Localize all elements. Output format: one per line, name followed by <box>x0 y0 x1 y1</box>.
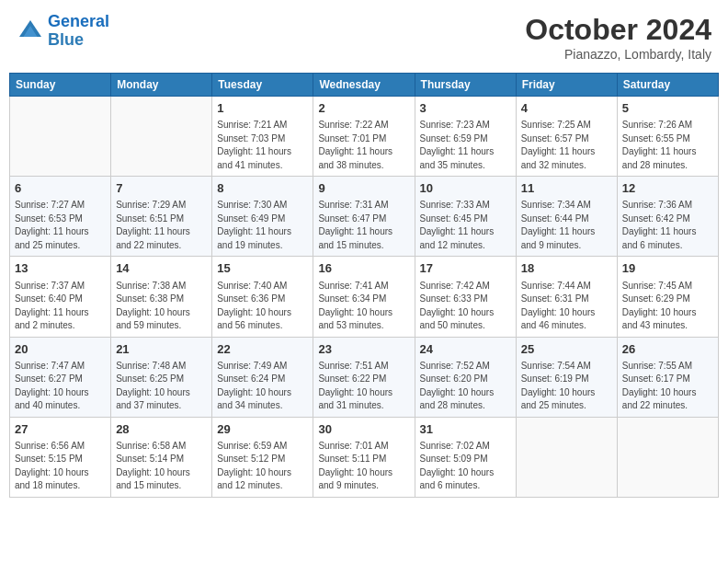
day-number: 12 <box>622 180 713 197</box>
day-number: 8 <box>217 180 308 197</box>
day-info: Sunrise: 7:44 AMSunset: 6:31 PMDaylight:… <box>521 280 612 333</box>
day-info: Sunrise: 7:47 AMSunset: 6:27 PMDaylight:… <box>15 360 106 413</box>
calendar-cell: 19Sunrise: 7:45 AMSunset: 6:29 PMDayligh… <box>617 257 718 337</box>
day-info: Sunrise: 6:58 AMSunset: 5:14 PMDaylight:… <box>116 440 207 493</box>
day-number: 4 <box>521 100 612 117</box>
day-info: Sunrise: 7:26 AMSunset: 6:55 PMDaylight:… <box>622 119 713 172</box>
day-info: Sunrise: 7:30 AMSunset: 6:49 PMDaylight:… <box>217 199 308 252</box>
calendar-cell <box>617 417 718 497</box>
day-number: 15 <box>217 260 308 277</box>
calendar-cell: 13Sunrise: 7:37 AMSunset: 6:40 PMDayligh… <box>10 257 111 337</box>
day-info: Sunrise: 7:23 AMSunset: 6:59 PMDaylight:… <box>420 119 511 172</box>
day-number: 23 <box>318 341 409 358</box>
day-info: Sunrise: 7:36 AMSunset: 6:42 PMDaylight:… <box>622 199 713 252</box>
calendar-cell: 11Sunrise: 7:34 AMSunset: 6:44 PMDayligh… <box>516 177 617 257</box>
calendar-cell: 23Sunrise: 7:51 AMSunset: 6:22 PMDayligh… <box>313 337 415 417</box>
day-info: Sunrise: 7:22 AMSunset: 7:01 PMDaylight:… <box>318 119 409 172</box>
calendar-cell: 3Sunrise: 7:23 AMSunset: 6:59 PMDaylight… <box>415 97 516 177</box>
col-wednesday: Wednesday <box>313 74 415 97</box>
day-info: Sunrise: 7:01 AMSunset: 5:11 PMDaylight:… <box>318 440 409 493</box>
day-info: Sunrise: 7:49 AMSunset: 6:24 PMDaylight:… <box>217 360 308 413</box>
day-info: Sunrise: 7:55 AMSunset: 6:17 PMDaylight:… <box>622 360 713 413</box>
calendar-table: Sunday Monday Tuesday Wednesday Thursday… <box>9 73 719 498</box>
col-tuesday: Tuesday <box>212 74 313 97</box>
day-info: Sunrise: 7:54 AMSunset: 6:19 PMDaylight:… <box>521 360 612 413</box>
calendar-cell: 10Sunrise: 7:33 AMSunset: 6:45 PMDayligh… <box>415 177 516 257</box>
day-number: 17 <box>420 260 511 277</box>
day-number: 21 <box>116 341 207 358</box>
day-number: 13 <box>15 260 106 277</box>
logo-icon <box>17 17 44 45</box>
calendar-cell: 28Sunrise: 6:58 AMSunset: 5:14 PMDayligh… <box>111 417 212 497</box>
day-info: Sunrise: 7:42 AMSunset: 6:33 PMDaylight:… <box>420 280 511 333</box>
calendar-cell: 6Sunrise: 7:27 AMSunset: 6:53 PMDaylight… <box>10 177 111 257</box>
day-info: Sunrise: 7:41 AMSunset: 6:34 PMDaylight:… <box>318 280 409 333</box>
week-row-5: 27Sunrise: 6:56 AMSunset: 5:15 PMDayligh… <box>10 417 719 497</box>
calendar-cell: 24Sunrise: 7:52 AMSunset: 6:20 PMDayligh… <box>415 337 516 417</box>
day-number: 27 <box>15 421 106 438</box>
day-number: 3 <box>420 100 511 117</box>
day-info: Sunrise: 7:45 AMSunset: 6:29 PMDaylight:… <box>622 280 713 333</box>
col-saturday: Saturday <box>617 74 718 97</box>
calendar-cell <box>10 97 111 177</box>
day-info: Sunrise: 7:21 AMSunset: 7:03 PMDaylight:… <box>217 119 308 172</box>
calendar-cell: 5Sunrise: 7:26 AMSunset: 6:55 PMDaylight… <box>617 97 718 177</box>
day-number: 5 <box>622 100 713 117</box>
day-info: Sunrise: 7:33 AMSunset: 6:45 PMDaylight:… <box>420 199 511 252</box>
day-number: 16 <box>318 260 409 277</box>
calendar-header-row: Sunday Monday Tuesday Wednesday Thursday… <box>10 74 719 97</box>
day-number: 7 <box>116 180 207 197</box>
day-info: Sunrise: 6:59 AMSunset: 5:12 PMDaylight:… <box>217 440 308 493</box>
calendar-cell: 16Sunrise: 7:41 AMSunset: 6:34 PMDayligh… <box>313 257 415 337</box>
col-thursday: Thursday <box>415 74 516 97</box>
week-row-1: 1Sunrise: 7:21 AMSunset: 7:03 PMDaylight… <box>10 97 719 177</box>
day-info: Sunrise: 7:25 AMSunset: 6:57 PMDaylight:… <box>521 119 612 172</box>
calendar-cell: 1Sunrise: 7:21 AMSunset: 7:03 PMDaylight… <box>212 97 313 177</box>
day-number: 20 <box>15 341 106 358</box>
calendar-cell: 4Sunrise: 7:25 AMSunset: 6:57 PMDaylight… <box>516 97 617 177</box>
day-number: 22 <box>217 341 308 358</box>
calendar-cell: 18Sunrise: 7:44 AMSunset: 6:31 PMDayligh… <box>516 257 617 337</box>
day-number: 6 <box>15 180 106 197</box>
day-number: 11 <box>521 180 612 197</box>
calendar-cell: 26Sunrise: 7:55 AMSunset: 6:17 PMDayligh… <box>617 337 718 417</box>
calendar-cell: 8Sunrise: 7:30 AMSunset: 6:49 PMDaylight… <box>212 177 313 257</box>
day-number: 2 <box>318 100 409 117</box>
day-number: 9 <box>318 180 409 197</box>
calendar-cell: 25Sunrise: 7:54 AMSunset: 6:19 PMDayligh… <box>516 337 617 417</box>
day-info: Sunrise: 7:29 AMSunset: 6:51 PMDaylight:… <box>116 199 207 252</box>
page-header: General Blue October 2024 Pianazzo, Lomb… <box>9 9 719 65</box>
calendar-cell: 9Sunrise: 7:31 AMSunset: 6:47 PMDaylight… <box>313 177 415 257</box>
calendar-cell: 2Sunrise: 7:22 AMSunset: 7:01 PMDaylight… <box>313 97 415 177</box>
week-row-4: 20Sunrise: 7:47 AMSunset: 6:27 PMDayligh… <box>10 337 719 417</box>
day-number: 19 <box>622 260 713 277</box>
calendar-cell <box>516 417 617 497</box>
logo-text: General Blue <box>48 13 109 50</box>
calendar-cell: 30Sunrise: 7:01 AMSunset: 5:11 PMDayligh… <box>313 417 415 497</box>
calendar-cell: 21Sunrise: 7:48 AMSunset: 6:25 PMDayligh… <box>111 337 212 417</box>
day-number: 1 <box>217 100 308 117</box>
day-info: Sunrise: 7:48 AMSunset: 6:25 PMDaylight:… <box>116 360 207 413</box>
day-number: 26 <box>622 341 713 358</box>
day-info: Sunrise: 7:37 AMSunset: 6:40 PMDaylight:… <box>15 280 106 333</box>
calendar-cell <box>111 97 212 177</box>
week-row-3: 13Sunrise: 7:37 AMSunset: 6:40 PMDayligh… <box>10 257 719 337</box>
calendar-cell: 12Sunrise: 7:36 AMSunset: 6:42 PMDayligh… <box>617 177 718 257</box>
day-number: 30 <box>318 421 409 438</box>
day-number: 31 <box>420 421 511 438</box>
calendar-cell: 17Sunrise: 7:42 AMSunset: 6:33 PMDayligh… <box>415 257 516 337</box>
col-sunday: Sunday <box>10 74 111 97</box>
logo: General Blue <box>17 13 109 50</box>
day-info: Sunrise: 7:38 AMSunset: 6:38 PMDaylight:… <box>116 280 207 333</box>
day-info: Sunrise: 7:02 AMSunset: 5:09 PMDaylight:… <box>420 440 511 493</box>
title-block: October 2024 Pianazzo, Lombardy, Italy <box>525 13 711 62</box>
calendar-cell: 22Sunrise: 7:49 AMSunset: 6:24 PMDayligh… <box>212 337 313 417</box>
day-number: 28 <box>116 421 207 438</box>
calendar-cell: 20Sunrise: 7:47 AMSunset: 6:27 PMDayligh… <box>10 337 111 417</box>
calendar-cell: 7Sunrise: 7:29 AMSunset: 6:51 PMDaylight… <box>111 177 212 257</box>
day-info: Sunrise: 7:40 AMSunset: 6:36 PMDaylight:… <box>217 280 308 333</box>
calendar-cell: 14Sunrise: 7:38 AMSunset: 6:38 PMDayligh… <box>111 257 212 337</box>
day-info: Sunrise: 7:51 AMSunset: 6:22 PMDaylight:… <box>318 360 409 413</box>
month-title: October 2024 <box>525 13 711 47</box>
day-number: 14 <box>116 260 207 277</box>
